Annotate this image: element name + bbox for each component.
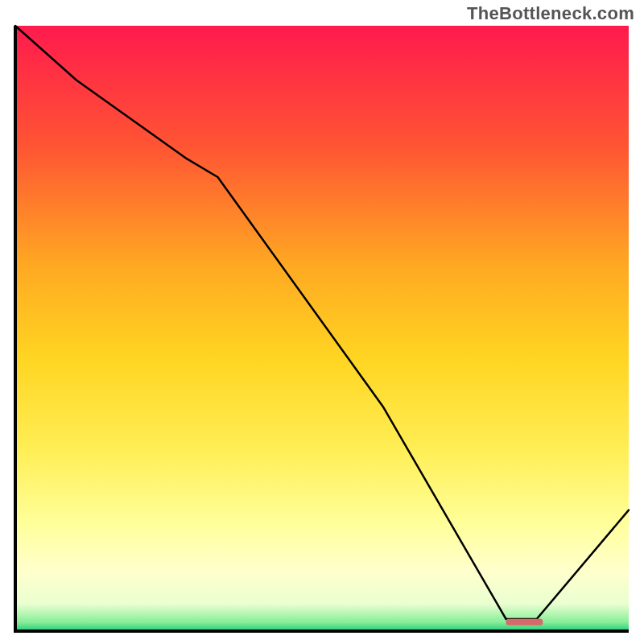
plot-area	[12, 24, 632, 636]
chart-background	[15, 26, 629, 631]
optimum-marker	[506, 619, 543, 625]
chart-svg	[12, 24, 632, 636]
watermark-text: TheBottleneck.com	[467, 3, 634, 24]
chart-container: TheBottleneck.com	[0, 0, 644, 644]
